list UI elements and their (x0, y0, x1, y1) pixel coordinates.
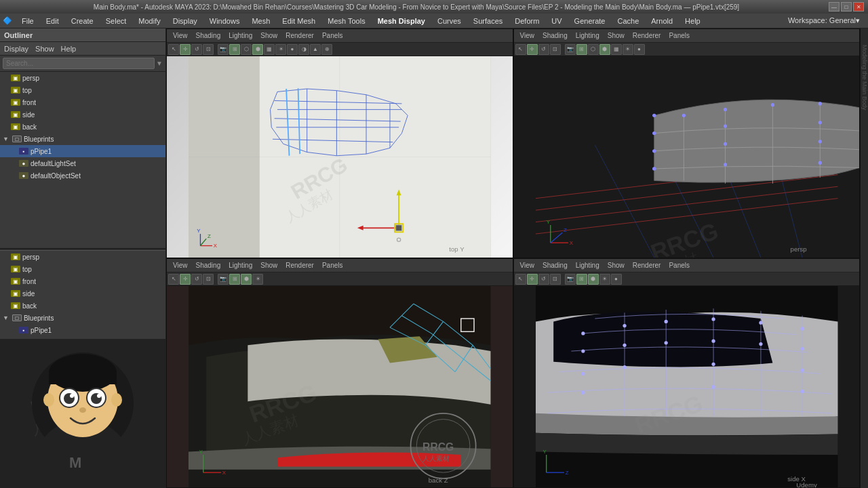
viewport-content-bottom-left[interactable]: RRCG 人人素材 RRCG 人人素材 back Z X Y (167, 286, 513, 487)
outliner-item-persp[interactable]: ▣ persp (0, 72, 165, 84)
outliner-item-blueprints2[interactable]: ▼ □ Blueprints (0, 312, 165, 324)
vp-menu-panels-bl[interactable]: Panels (319, 261, 347, 270)
vp-icon-scale-bl[interactable]: ⊡ (203, 274, 214, 285)
workspace-selector[interactable]: Workspace: General▾ (783, 15, 865, 26)
vp-menu-show-bl[interactable]: Show (257, 261, 281, 270)
vp-menu-show-tr[interactable]: Show (604, 31, 628, 40)
menu-file[interactable]: File (16, 16, 39, 26)
outliner-item-ppipe1[interactable]: ▪ pPipe1 (0, 145, 165, 157)
search-input[interactable] (3, 58, 155, 69)
vp-icon-move[interactable]: ✛ (180, 44, 191, 55)
vp-icon-move-bl[interactable]: ✛ (180, 274, 191, 285)
vp-icon-shadow[interactable]: ● (287, 44, 298, 55)
menu-curves[interactable]: Curves (432, 16, 467, 26)
viewport-content-bottom-right[interactable]: RRCG side X Y Z Udemy (514, 286, 860, 487)
vp-menu-lighting-bl[interactable]: Lighting (225, 261, 256, 270)
outliner-item-front[interactable]: ▣ front (0, 96, 165, 108)
outliner-item-front2[interactable]: ▣ front (0, 275, 165, 287)
menu-cache[interactable]: Cache (612, 16, 644, 26)
menu-create[interactable]: Create (66, 16, 99, 26)
vp-icon-shade-bl[interactable]: ⬢ (241, 274, 252, 285)
outliner-item-top2[interactable]: ▣ top (0, 263, 165, 275)
vp-menu-view[interactable]: View (170, 31, 191, 40)
vp-icon-grid-tr[interactable]: ⊞ (576, 44, 587, 55)
vp-menu-lighting-br[interactable]: Lighting (572, 261, 603, 270)
vp-menu-show-br[interactable]: Show (604, 261, 628, 270)
menu-mesh[interactable]: Mesh (246, 16, 275, 26)
outliner-item-persp2[interactable]: ▣ persp (0, 251, 165, 263)
vp-icon-wire-tr[interactable]: ⬡ (588, 44, 599, 55)
vp-icon-move-tr[interactable]: ✛ (527, 44, 538, 55)
vp-menu-shading-tr[interactable]: Shading (539, 31, 571, 40)
minimize-button[interactable]: — (829, 2, 840, 12)
vp-icon-cam-br[interactable]: 📷 (565, 274, 576, 285)
outliner-item-side[interactable]: ▣ side (0, 108, 165, 121)
vp-icon-wire[interactable]: ⬡ (241, 44, 252, 55)
viewport-content-top-left[interactable]: Y RRCG 人人素材 top Y X Y (167, 56, 513, 258)
vp-menu-renderer-bl[interactable]: Renderer (282, 261, 317, 270)
viewport-bottom-right[interactable]: View Shading Lighting Show Renderer Pane… (513, 258, 861, 488)
vp-menu-panels[interactable]: Panels (319, 31, 347, 40)
outliner-menu-show[interactable]: Show (35, 45, 54, 53)
vp-icon-select[interactable]: ↖ (168, 44, 179, 55)
vp-icon-shade[interactable]: ⬢ (252, 44, 263, 55)
vp-icon-aa[interactable]: ▲ (310, 44, 321, 55)
search-dropdown-icon[interactable]: ▼ (156, 60, 163, 67)
vp-icon-cam-bl[interactable]: 📷 (218, 274, 229, 285)
vp-menu-shading[interactable]: Shading (193, 31, 224, 40)
vp-icon-light-tr[interactable]: ☀ (623, 44, 633, 55)
vp-icon-move-br[interactable]: ✛ (527, 274, 538, 285)
outliner-menu-display[interactable]: Display (4, 45, 28, 53)
outliner-item-default-light-set[interactable]: ● defaultLightSet (0, 157, 165, 169)
vp-menu-renderer-br[interactable]: Renderer (629, 261, 665, 270)
menu-display[interactable]: Display (167, 16, 203, 26)
vp-menu-renderer[interactable]: Renderer (282, 31, 317, 40)
vp-icon-rotate-br[interactable]: ↺ (538, 274, 549, 285)
outliner-menu-help[interactable]: Help (61, 45, 77, 53)
vp-icon-grid-br[interactable]: ⊞ (576, 274, 587, 285)
vp-icon-rotate-tr[interactable]: ↺ (538, 44, 549, 55)
outliner-item-blueprints[interactable]: ▼ □ Blueprints (0, 133, 165, 145)
viewport-top-left[interactable]: View Shading Lighting Show Renderer Pane… (166, 28, 513, 258)
close-button[interactable]: ✕ (853, 2, 864, 12)
viewport-top-right[interactable]: View Shading Lighting Show Renderer Pane… (513, 28, 861, 258)
menu-surfaces[interactable]: Surfaces (468, 16, 508, 26)
vp-icon-shadow-tr[interactable]: ● (634, 44, 645, 55)
outliner-item-top[interactable]: ▣ top (0, 84, 165, 96)
vp-icon-grid-bl[interactable]: ⊞ (229, 274, 240, 285)
vp-menu-renderer-tr[interactable]: Renderer (629, 31, 665, 40)
vp-icon-rotate[interactable]: ↺ (191, 44, 202, 55)
outliner-item-back2[interactable]: ▣ back (0, 300, 165, 312)
vp-icon-rotate-bl[interactable]: ↺ (191, 274, 202, 285)
menu-edit-mesh[interactable]: Edit Mesh (277, 16, 321, 26)
menu-select[interactable]: Select (100, 16, 132, 26)
menu-mesh-display[interactable]: Mesh Display (372, 16, 431, 26)
outliner-item-side2[interactable]: ▣ side (0, 287, 165, 300)
vp-icon-cam[interactable]: 📷 (218, 44, 229, 55)
vp-menu-show[interactable]: Show (257, 31, 281, 40)
vp-menu-view-bl[interactable]: View (170, 261, 191, 270)
vp-icon-select-bl[interactable]: ↖ (168, 274, 179, 285)
maximize-button[interactable]: □ (841, 2, 852, 12)
vp-icon-cam-tr[interactable]: 📷 (565, 44, 576, 55)
menu-mesh-tools[interactable]: Mesh Tools (322, 16, 370, 26)
menu-uv[interactable]: UV (546, 16, 567, 26)
vp-icon-scale-tr[interactable]: ⊡ (550, 44, 561, 55)
vp-icon-shade-br[interactable]: ⬢ (588, 274, 599, 285)
menu-edit[interactable]: Edit (41, 16, 64, 26)
viewport-bottom-left[interactable]: View Shading Lighting Show Renderer Pane… (166, 258, 513, 488)
vp-menu-panels-br[interactable]: Panels (665, 261, 693, 270)
viewport-content-top-right[interactable]: RRCG 人人素材 persp X Y Z (514, 56, 860, 258)
vp-icon-texture[interactable]: ▦ (264, 44, 275, 55)
menu-generate[interactable]: Generate (569, 16, 611, 26)
vp-icon-light-bl[interactable]: ☀ (252, 274, 263, 285)
vp-menu-lighting[interactable]: Lighting (225, 31, 256, 40)
outliner-item-ppipe1-2[interactable]: ▪ pPipe1 (0, 324, 165, 336)
vp-icon-light-br[interactable]: ☀ (599, 274, 610, 285)
vp-icon-texture-tr[interactable]: ▦ (611, 44, 622, 55)
vp-menu-panels-tr[interactable]: Panels (665, 31, 693, 40)
vp-icon-select-br[interactable]: ↖ (515, 274, 526, 285)
vp-icon-shadow-br[interactable]: ● (611, 274, 622, 285)
vp-menu-view-br[interactable]: View (517, 261, 538, 270)
vp-menu-view-tr[interactable]: View (517, 31, 538, 40)
